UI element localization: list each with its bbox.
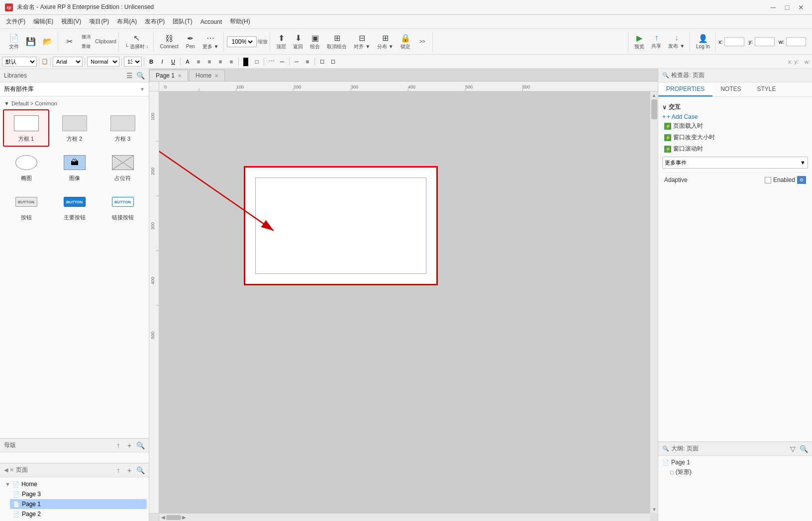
undo-button[interactable]: 撤消 bbox=[78, 32, 94, 41]
shadow-button[interactable]: ◻ bbox=[328, 57, 338, 67]
pen-button[interactable]: ✒ Pen bbox=[183, 32, 199, 51]
component-item-primary-button[interactable]: BUTTON 主要按钮 bbox=[51, 188, 98, 225]
w-input[interactable] bbox=[786, 37, 806, 46]
border-style-button[interactable]: ⋯ bbox=[266, 57, 276, 67]
menu-edit[interactable]: 编辑(E) bbox=[29, 16, 57, 27]
font-color-button[interactable]: A bbox=[183, 57, 193, 67]
login-button[interactable]: 👤 Log In bbox=[693, 32, 713, 51]
menu-view[interactable]: 视图(V) bbox=[57, 16, 85, 27]
tab-style[interactable]: STYLE bbox=[749, 83, 784, 96]
menu-help[interactable]: 帮助(H) bbox=[226, 16, 254, 27]
menu-team[interactable]: 团队(T) bbox=[169, 16, 196, 27]
component-item-fangkuang2[interactable]: 方框 2 bbox=[51, 109, 98, 147]
preview-button[interactable]: ▶ 预览 bbox=[631, 32, 647, 51]
line-color-button[interactable]: □ bbox=[252, 57, 262, 67]
scroll-thumb-h[interactable] bbox=[166, 515, 181, 520]
pages-up-icon[interactable]: ↑ bbox=[114, 466, 123, 475]
tab-notes[interactable]: NOTES bbox=[712, 83, 749, 96]
minimize-button[interactable]: ─ bbox=[767, 2, 779, 12]
tab-properties[interactable]: PROPERTIES bbox=[658, 83, 712, 96]
menu-account[interactable]: Account bbox=[197, 17, 226, 27]
outer-shape-box[interactable] bbox=[244, 166, 438, 285]
tab-home-close-icon[interactable]: ✕ bbox=[214, 73, 218, 79]
pages-add-icon[interactable]: + bbox=[125, 466, 134, 475]
border-width-button[interactable]: ─ bbox=[277, 57, 287, 67]
right-scrollbar[interactable]: ▲ ▼ bbox=[650, 91, 658, 513]
canvas-content[interactable] bbox=[159, 91, 658, 513]
masters-up-icon[interactable]: ↑ bbox=[114, 441, 123, 450]
justify-button[interactable]: ≡ bbox=[226, 57, 236, 67]
outline-filter-icon[interactable]: ▽ bbox=[788, 444, 797, 453]
component-item-fangkuang3[interactable]: 方框 3 bbox=[100, 109, 146, 147]
align-button[interactable]: ⊟ 对齐 ▼ bbox=[351, 32, 373, 51]
component-item-image[interactable]: 🏔 图像 bbox=[51, 149, 98, 186]
page-item-home[interactable]: ▼ 📄 Home bbox=[2, 479, 147, 489]
bold-button[interactable]: B bbox=[146, 57, 156, 67]
page-item-page1[interactable]: 📄 Page 1 bbox=[10, 499, 147, 509]
component-item-link-button[interactable]: BUTTON 链接按钮 bbox=[100, 188, 146, 225]
outline-shape-item[interactable]: □ (矩形) bbox=[662, 467, 808, 477]
masters-add-icon[interactable]: + bbox=[125, 441, 134, 450]
more-tools-button[interactable]: ⋯ 更多 ▼ bbox=[200, 32, 222, 51]
more-tools2-button[interactable]: >> bbox=[414, 32, 430, 51]
scroll-left-icon[interactable]: ◀ bbox=[161, 515, 165, 520]
publish-button[interactable]: ↓ 发布 ▼ bbox=[665, 32, 688, 51]
canvas-tab-home[interactable]: Home ✕ bbox=[189, 70, 225, 81]
scroll-thumb-v[interactable] bbox=[651, 99, 657, 119]
lock-button[interactable]: 🔒 锁定 bbox=[398, 32, 413, 51]
x-input[interactable] bbox=[724, 37, 744, 46]
group-button[interactable]: ▣ 组合 bbox=[307, 32, 323, 51]
bottom-scrollbar[interactable]: ◀ ▶ bbox=[159, 513, 650, 521]
back-layer-button[interactable]: ⬇ 返回 bbox=[290, 32, 306, 51]
menu-layout[interactable]: 布局(A) bbox=[113, 16, 141, 27]
corners-button[interactable]: ◻ bbox=[317, 57, 327, 67]
line-style-button[interactable]: ─ bbox=[292, 57, 302, 67]
page-item-page3[interactable]: 📄 Page 3 bbox=[10, 489, 147, 499]
add-case-link[interactable]: + + Add Case bbox=[662, 113, 808, 120]
pages-search-icon[interactable]: 🔍 bbox=[136, 466, 145, 475]
canvas-tab-page1[interactable]: Page 1 ✕ bbox=[149, 70, 188, 81]
text-align-right-button[interactable]: ≡ bbox=[215, 57, 225, 67]
save-button[interactable]: 💾 bbox=[23, 32, 39, 51]
select-button[interactable]: ↖ └ 选择时 ↓ bbox=[122, 32, 152, 51]
masters-search-icon[interactable]: 🔍 bbox=[136, 441, 145, 450]
component-item-oval[interactable]: 椭图 bbox=[3, 149, 49, 186]
libraries-search-icon[interactable]: 🔍 bbox=[136, 71, 145, 80]
top-layer-button[interactable]: ⬆ 顶层 bbox=[273, 32, 289, 51]
zoom-control[interactable]: 100% 75% 150% 200% bbox=[227, 36, 257, 47]
style-select[interactable]: 默认 bbox=[2, 57, 37, 67]
collapse-icon[interactable]: ▼ bbox=[4, 100, 9, 106]
open-button[interactable]: 📂 bbox=[40, 32, 56, 51]
fill-color-button[interactable]: █ bbox=[241, 57, 251, 67]
ungroup-button[interactable]: ⊞ 取消组合 bbox=[324, 32, 350, 51]
y-input[interactable] bbox=[755, 37, 775, 46]
list-style-button[interactable]: ≡ bbox=[303, 57, 312, 67]
close-button[interactable]: ✕ bbox=[795, 2, 807, 12]
weight-select[interactable]: Normal bbox=[87, 57, 119, 67]
scroll-up-icon[interactable]: ▲ bbox=[651, 92, 657, 98]
distribute-button[interactable]: ⊞ 分布 ▼ bbox=[374, 32, 397, 51]
adaptive-settings-icon[interactable]: ⚙ bbox=[797, 176, 806, 184]
more-events-dropdown[interactable]: 更多事件 ▼ bbox=[662, 157, 808, 169]
share-button[interactable]: ↑ 共享 bbox=[648, 32, 664, 51]
page-item-page2[interactable]: 📄 Page 2 bbox=[10, 509, 147, 519]
maximize-button[interactable]: □ bbox=[781, 2, 793, 12]
font-select[interactable]: Arial bbox=[53, 57, 83, 67]
zoom-select[interactable]: 100% 75% 150% 200% bbox=[229, 38, 254, 46]
component-item-button[interactable]: BUTTON 按钮 bbox=[3, 188, 49, 225]
connect-button[interactable]: ⛓ Connect bbox=[157, 32, 181, 51]
text-align-left-button[interactable]: ≡ bbox=[194, 57, 203, 67]
component-item-fangkuang1[interactable]: 方框 1 bbox=[3, 109, 49, 147]
outline-search-icon[interactable]: 🔍 bbox=[799, 444, 808, 453]
library-dropdown[interactable]: 所有部件库 ▼ bbox=[0, 83, 149, 96]
redo-button[interactable]: 重做 bbox=[78, 42, 94, 51]
size-select[interactable]: 13 bbox=[124, 57, 142, 67]
adaptive-checkbox[interactable] bbox=[765, 177, 771, 183]
scroll-down-icon[interactable]: ▼ bbox=[651, 507, 657, 512]
menu-project[interactable]: 项目(P) bbox=[85, 16, 113, 27]
menu-file[interactable]: 文件(F) bbox=[2, 16, 29, 27]
libraries-menu-icon[interactable]: ☰ bbox=[125, 71, 134, 80]
component-item-placeholder[interactable]: 占位符 bbox=[100, 149, 146, 186]
new-file-button[interactable]: 📄 文件 bbox=[6, 32, 22, 51]
cut-button[interactable]: ✂ bbox=[61, 32, 77, 51]
